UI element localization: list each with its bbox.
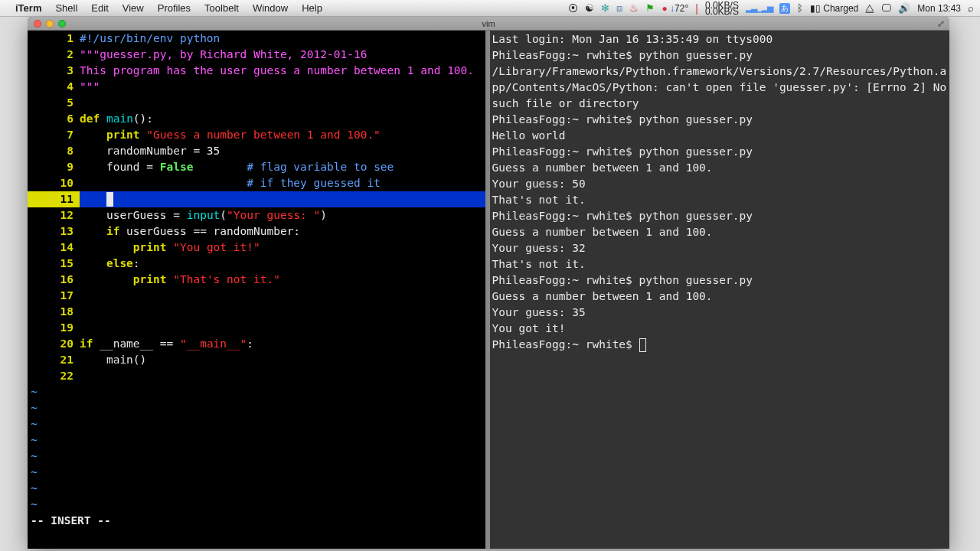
- shell-line: Last login: Mon Jan 16 13:35:49 on ttys0…: [492, 31, 950, 47]
- menu-shell[interactable]: Shell: [55, 2, 77, 14]
- line-number: 17: [28, 288, 80, 304]
- vim-line: 21 main(): [28, 352, 485, 368]
- shell-line: You got it!: [492, 321, 950, 337]
- code-text: userGuess = input("Your guess: "): [80, 207, 485, 223]
- vim-tilde: ~: [28, 416, 485, 432]
- vim-tilde: ~: [28, 432, 485, 448]
- wifi-icon[interactable]: ⧋: [865, 2, 874, 15]
- vim-line: 15 else:: [28, 256, 485, 272]
- vim-line: 8 randomNumber = 35: [28, 143, 485, 159]
- code-text: print "That's not it.": [80, 272, 485, 288]
- code-text: print "You got it!": [80, 240, 485, 256]
- flag-icon[interactable]: ⚑: [645, 2, 655, 14]
- shell-pane[interactable]: Last login: Mon Jan 16 13:35:49 on ttys0…: [485, 31, 950, 549]
- code-text: """: [80, 79, 485, 95]
- vim-line: 6def main():: [28, 111, 485, 127]
- divider: |: [695, 2, 698, 15]
- menu-view[interactable]: View: [122, 2, 144, 14]
- line-number: 3: [28, 63, 80, 79]
- code-text: if __name__ == "__main__":: [80, 336, 485, 352]
- line-number: 22: [28, 368, 80, 384]
- vim-line: 9 found = False # flag variable to see: [28, 159, 485, 175]
- bluetooth-icon[interactable]: ᛒ: [797, 2, 803, 14]
- vim-line: 2"""guesser.py, by Richard White, 2012-0…: [28, 47, 485, 63]
- line-number: 5: [28, 95, 80, 111]
- line-number: 20: [28, 336, 80, 352]
- volume-icon[interactable]: 🔊: [898, 2, 910, 14]
- code-text: [80, 368, 485, 384]
- menu-profiles[interactable]: Profiles: [158, 2, 191, 14]
- menubar: iTerm Shell Edit View Profiles Toolbelt …: [0, 0, 980, 17]
- shell-line: Guess a number between 1 and 100.: [492, 289, 950, 305]
- shell-line: PhileasFogg:~ rwhite$ python guesser.py: [492, 208, 950, 224]
- shell-line: Guess a number between 1 and 100.: [492, 224, 950, 240]
- zoom-button[interactable]: [58, 20, 66, 28]
- shell-cursor: [639, 338, 646, 352]
- menu-edit[interactable]: Edit: [91, 2, 108, 14]
- minimize-button[interactable]: [46, 20, 54, 28]
- code-text: #!/usr/bin/env python: [80, 31, 485, 47]
- vim-tilde: ~: [28, 448, 485, 465]
- vim-line: 7 print "Guess a number between 1 and 10…: [28, 127, 485, 143]
- flame-icon[interactable]: ♨: [629, 2, 639, 14]
- line-number: 16: [28, 272, 80, 288]
- keyboard-input-icon[interactable]: あ: [779, 3, 790, 14]
- line-number: 6: [28, 111, 80, 127]
- vim-pane[interactable]: 1#!/usr/bin/env python2"""guesser.py, by…: [28, 31, 485, 549]
- menu-app[interactable]: iTerm: [15, 2, 41, 14]
- code-text: def main():: [80, 111, 485, 127]
- vim-line: 10 # if they guessed it: [28, 175, 485, 191]
- vim-line: 11: [28, 191, 485, 207]
- menu-toolbelt[interactable]: Toolbelt: [204, 2, 239, 14]
- code-text: if userGuess == randomNumber:: [80, 223, 485, 240]
- window-titlebar[interactable]: vim ⤢: [28, 17, 949, 31]
- line-number: 18: [28, 304, 80, 320]
- display-icon[interactable]: 🖵: [881, 2, 891, 14]
- vim-status: -- INSERT --: [28, 513, 485, 529]
- code-text: randomNumber = 35: [80, 143, 485, 159]
- record-icon[interactable]: ⦿: [568, 2, 578, 14]
- clock[interactable]: Mon 13:43: [917, 3, 961, 14]
- vim-line: 4""": [28, 79, 485, 95]
- close-button[interactable]: [34, 20, 41, 28]
- line-number: 19: [28, 320, 80, 336]
- code-text: found = False # flag variable to see: [80, 159, 485, 175]
- vim-line: 1#!/usr/bin/env python: [28, 31, 485, 47]
- shell-line: PhileasFogg:~ rwhite$ python guesser.py: [492, 112, 950, 128]
- sync-icon[interactable]: ☯: [585, 2, 594, 14]
- spotlight-icon[interactable]: ⌕: [968, 2, 974, 14]
- traffic-lights: [28, 20, 66, 28]
- vim-tilde: ~: [28, 465, 485, 481]
- vim-tilde: ~: [28, 481, 485, 497]
- code-text: This program has the user guess a number…: [80, 63, 485, 79]
- line-number: 8: [28, 143, 80, 159]
- window-title: vim: [482, 19, 495, 28]
- fan-icon[interactable]: ✻: [601, 2, 609, 14]
- code-text: [80, 320, 485, 336]
- vim-line: 13 if userGuess == randomNumber:: [28, 223, 485, 240]
- menu-help[interactable]: Help: [302, 2, 322, 14]
- menu-window[interactable]: Window: [253, 2, 288, 14]
- activity-bars[interactable]: ▂▃▁▂▅: [746, 3, 773, 13]
- dropbox-icon[interactable]: ⧈: [616, 2, 622, 15]
- vim-cursor: [106, 192, 113, 207]
- vim-tilde: ~: [28, 384, 485, 400]
- shell-prompt-line: PhileasFogg:~ rwhite$: [492, 337, 950, 353]
- menubar-right: ⦿ ☯ ✻ ⧈ ♨ ⚑ ● ↓72° | 0.0KB/S0.0KB/S ▂▃▁▂…: [568, 2, 974, 15]
- shell-line: PhileasFogg:~ rwhite$ python guesser.py: [492, 272, 950, 289]
- vim-tilde: ~: [28, 400, 485, 416]
- expand-icon[interactable]: ⤢: [937, 18, 945, 29]
- line-number: 2: [28, 47, 80, 63]
- line-number: 9: [28, 159, 80, 175]
- battery-status[interactable]: ▮▯ Charged: [810, 3, 858, 14]
- vim-line: 3This program has the user guess a numbe…: [28, 63, 485, 79]
- shell-line: Your guess: 32: [492, 240, 950, 256]
- code-text: print "Guess a number between 1 and 100.…: [80, 127, 485, 143]
- temp-widget[interactable]: ● ↓72°: [662, 3, 688, 14]
- line-number: 12: [28, 207, 80, 223]
- vim-line: 18: [28, 304, 485, 320]
- split-panes: 1#!/usr/bin/env python2"""guesser.py, by…: [28, 31, 949, 549]
- vim-line: 16 print "That's not it.": [28, 272, 485, 288]
- net-speed[interactable]: 0.0KB/S0.0KB/S: [705, 2, 739, 15]
- line-number: 1: [28, 31, 80, 47]
